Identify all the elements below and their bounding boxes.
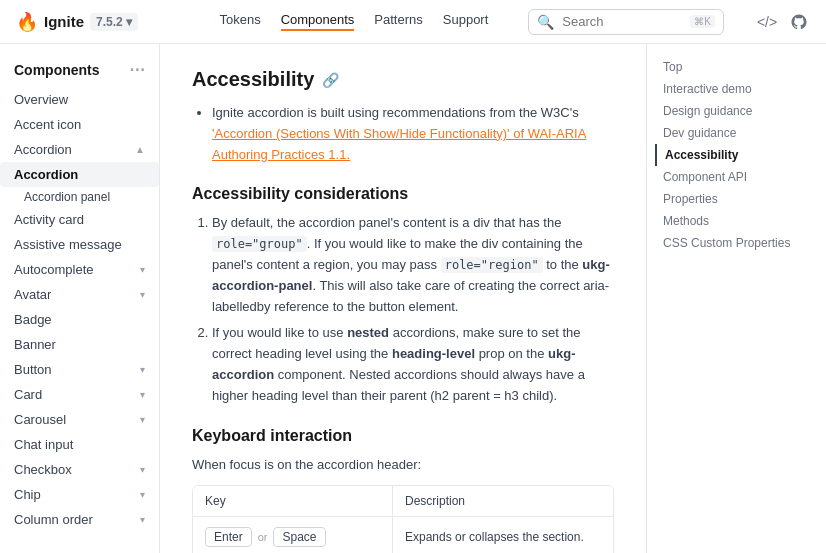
col-key-header: Key [193, 486, 393, 517]
topnav-icon-group: </> [756, 11, 810, 33]
strong-panel-name: ukg-accordion-panel [212, 257, 610, 293]
top-nav: 🔥 Ignite 7.5.2 ▾ Tokens Components Patte… [0, 0, 826, 44]
sidebar-item-accent-icon[interactable]: Accent icon [0, 112, 159, 137]
consideration-2: If you would like to use nested accordio… [212, 323, 614, 406]
flame-icon: 🔥 [16, 11, 38, 33]
intro-list-item: Ignite accordion is built using recommen… [212, 103, 614, 165]
version-badge[interactable]: 7.5.2 ▾ [90, 13, 138, 31]
brand-name: Ignite [44, 13, 84, 30]
consideration-1: By default, the accordion panel's conten… [212, 213, 614, 317]
toc-sidebar: Top Interactive demo Design guidance Dev… [646, 44, 826, 553]
key-or-1: or [258, 531, 268, 543]
sidebar-item-avatar[interactable]: Avatar ▾ [0, 282, 159, 307]
search-icon: 🔍 [537, 14, 554, 30]
sidebar-item-overview[interactable]: Overview [0, 87, 159, 112]
github-icon[interactable] [788, 11, 810, 33]
sidebar-item-accordion-active[interactable]: Accordion [0, 162, 159, 187]
sidebar-item-activity-card[interactable]: Activity card [0, 207, 159, 232]
keyboard-interaction-heading: Keyboard interaction [192, 427, 614, 445]
nav-tokens[interactable]: Tokens [219, 12, 260, 31]
chevron-down-icon: ▾ [140, 464, 145, 475]
col-desc-header: Description [393, 486, 613, 517]
sidebar-item-badge[interactable]: Badge [0, 307, 159, 332]
search-shortcut: ⌘K [690, 15, 715, 28]
toc-accessibility[interactable]: Accessibility [655, 144, 810, 166]
intro-link[interactable]: 'Accordion (Sections With Show/Hide Func… [212, 126, 586, 162]
sidebar-item-assistive-message[interactable]: Assistive message [0, 232, 159, 257]
nav-components[interactable]: Components [281, 12, 355, 31]
sidebar-item-button[interactable]: Button ▾ [0, 357, 159, 382]
sidebar-item-banner[interactable]: Banner [0, 332, 159, 357]
intro-text: Ignite accordion is built using recommen… [212, 105, 579, 120]
sidebar: Components ⋯ Overview Accent icon Accord… [0, 44, 160, 553]
code-icon[interactable]: </> [756, 11, 778, 33]
toc-dev-guidance[interactable]: Dev guidance [663, 122, 810, 144]
sidebar-title: Components ⋯ [0, 56, 159, 87]
nav-support[interactable]: Support [443, 12, 489, 31]
sidebar-item-accordion[interactable]: Accordion ▲ [0, 137, 159, 162]
chevron-up-icon: ▲ [135, 144, 145, 155]
toc-methods[interactable]: Methods [663, 210, 810, 232]
sidebar-item-carousel[interactable]: Carousel ▾ [0, 407, 159, 432]
sidebar-item-chat-input[interactable]: Chat input [0, 432, 159, 457]
sidebar-item-chip[interactable]: Chip ▾ [0, 482, 159, 507]
main-content: Accessibility 🔗 Ignite accordion is buil… [160, 44, 646, 553]
intro-list: Ignite accordion is built using recommen… [192, 103, 614, 165]
keyboard-table: Key Description Enter or Space Expands o… [192, 485, 614, 553]
toc-design-guidance[interactable]: Design guidance [663, 100, 810, 122]
sidebar-item-checkbox[interactable]: Checkbox ▾ [0, 457, 159, 482]
sidebar-menu-icon[interactable]: ⋯ [129, 60, 145, 79]
accessibility-heading: Accessibility 🔗 [192, 68, 614, 91]
chevron-down-icon: ▾ [140, 364, 145, 375]
key-cell-enter-space: Enter or Space [193, 517, 393, 553]
toc-component-api[interactable]: Component API [663, 166, 810, 188]
chevron-down-icon: ▾ [140, 414, 145, 425]
strong-nested: nested [347, 325, 389, 340]
toc-interactive-demo[interactable]: Interactive demo [663, 78, 810, 100]
sidebar-item-autocomplete[interactable]: Autocomplete ▾ [0, 257, 159, 282]
considerations-list: By default, the accordion panel's conten… [192, 213, 614, 406]
anchor-link-icon[interactable]: 🔗 [322, 72, 339, 88]
sidebar-item-card[interactable]: Card ▾ [0, 382, 159, 407]
key-space: Space [273, 527, 325, 547]
chevron-down-icon: ▾ [140, 389, 145, 400]
key-enter: Enter [205, 527, 252, 547]
search-input[interactable] [562, 14, 682, 29]
code-role-region: role="region" [441, 257, 543, 273]
chevron-down-icon: ▾ [140, 264, 145, 275]
strong-heading-level: heading-level [392, 346, 475, 361]
chevron-down-icon: ▾ [140, 289, 145, 300]
toc-top[interactable]: Top [663, 56, 810, 78]
toc-css-custom-properties[interactable]: CSS Custom Properties [663, 232, 810, 254]
chevron-down-icon: ▾ [140, 514, 145, 525]
a11y-considerations-heading: Accessibility considerations [192, 185, 614, 203]
toc-properties[interactable]: Properties [663, 188, 810, 210]
table-header: Key Description [193, 486, 613, 517]
table-row: Enter or Space Expands or collapses the … [193, 517, 613, 553]
sidebar-item-column-order[interactable]: Column order ▾ [0, 507, 159, 532]
brand-logo: 🔥 Ignite 7.5.2 ▾ [16, 11, 138, 33]
focus-label: When focus is on the accordion header: [192, 455, 614, 476]
desc-enter-space: Expands or collapses the section. [393, 517, 613, 553]
nav-links: Tokens Components Patterns Support [219, 12, 488, 31]
search-box[interactable]: 🔍 ⌘K [528, 9, 724, 35]
code-role-group: role="group" [212, 236, 307, 252]
nav-patterns[interactable]: Patterns [374, 12, 422, 31]
sidebar-item-accordion-panel[interactable]: Accordion panel [0, 187, 159, 207]
chevron-down-icon: ▾ [140, 489, 145, 500]
